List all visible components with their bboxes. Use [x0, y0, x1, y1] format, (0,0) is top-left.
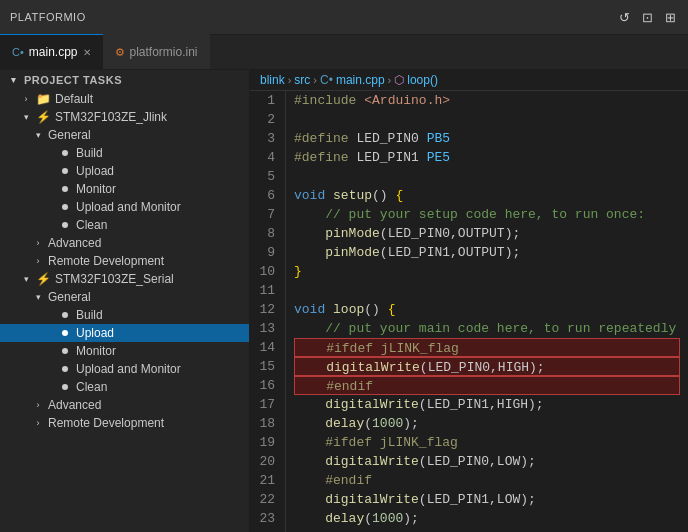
code-line: delay(1000); — [294, 414, 680, 433]
project-tasks-label: PROJECT TASKS — [24, 74, 122, 86]
code-line — [294, 281, 680, 300]
line-number: 3 — [258, 129, 275, 148]
sidebar: PROJECT TASKS 📁 Default ⚡ STM32F103ZE_Jl… — [0, 70, 250, 532]
line-number: 4 — [258, 148, 275, 167]
code-line: #endif — [294, 471, 680, 490]
code-line: void loop() { — [294, 300, 680, 319]
editor[interactable]: blink › src › C• main.cpp › ⬡ loop() 123… — [250, 70, 688, 532]
code-line — [294, 110, 680, 129]
sidebar-item-build-serial[interactable]: Build — [0, 306, 249, 324]
line-number: 5 — [258, 167, 275, 186]
sidebar-item-clean-serial[interactable]: Clean — [0, 378, 249, 396]
sidebar-item-stm32-serial[interactable]: ⚡ STM32F103ZE_Serial — [0, 270, 249, 288]
breadcrumb-loop[interactable]: loop() — [407, 73, 438, 87]
sidebar-item-upload-jlink[interactable]: Upload — [0, 162, 249, 180]
stm32-jlink-label: STM32F103ZE_Jlink — [55, 110, 167, 124]
platformio-title: PLATFORMIO — [0, 11, 96, 23]
project-tasks-header[interactable]: PROJECT TASKS — [0, 70, 249, 90]
breadcrumb-blink[interactable]: blink — [260, 73, 285, 87]
chip-icon-jlink: ⚡ — [36, 110, 51, 124]
clean-jlink-bullet — [62, 222, 68, 228]
chip-icon-serial: ⚡ — [36, 272, 51, 286]
top-bar-icons: ↺ ⊡ ⊞ — [615, 8, 688, 27]
code-line: digitalWrite(LED_PIN1,HIGH); — [294, 395, 680, 414]
monitor-serial-bullet — [62, 348, 68, 354]
clean-serial-label: Clean — [76, 380, 107, 394]
code-line: pinMode(LED_PIN0,OUTPUT); — [294, 224, 680, 243]
clean-jlink-label: Clean — [76, 218, 107, 232]
line-numbers: 123456789101112131415161718192021222324 — [250, 91, 286, 532]
sidebar-item-advanced-jlink[interactable]: Advanced — [0, 234, 249, 252]
upload-serial-bullet — [62, 330, 68, 336]
advanced-jlink-chevron — [32, 238, 44, 248]
top-bar: PLATFORMIO ↺ ⊡ ⊞ — [0, 0, 688, 35]
general-jlink-chevron — [32, 130, 44, 140]
upload-monitor-serial-label: Upload and Monitor — [76, 362, 181, 376]
monitor-jlink-label: Monitor — [76, 182, 116, 196]
sidebar-item-stm32-jlink[interactable]: ⚡ STM32F103ZE_Jlink — [0, 108, 249, 126]
advanced-serial-chevron — [32, 400, 44, 410]
grid-icon[interactable]: ⊡ — [638, 8, 657, 27]
line-number: 23 — [258, 509, 275, 528]
upload-jlink-bullet — [62, 168, 68, 174]
cpp-icon: C• — [12, 46, 24, 58]
line-number: 9 — [258, 243, 275, 262]
line-number: 15 — [258, 357, 275, 376]
code-line: digitalWrite(LED_PIN0,LOW); — [294, 452, 680, 471]
upload-monitor-jlink-bullet — [62, 204, 68, 210]
line-number: 14 — [258, 338, 275, 357]
upload-monitor-serial-bullet — [62, 366, 68, 372]
sidebar-item-general-serial[interactable]: General — [0, 288, 249, 306]
clean-serial-bullet — [62, 384, 68, 390]
code-line: #include <Arduino.h> — [294, 91, 680, 110]
code-area[interactable]: 123456789101112131415161718192021222324 … — [250, 91, 688, 532]
line-number: 6 — [258, 186, 275, 205]
line-number: 2 — [258, 110, 275, 129]
code-line: pinMode(LED_PIN1,OUTPUT); — [294, 243, 680, 262]
sidebar-item-remote-serial[interactable]: Remote Development — [0, 414, 249, 432]
general-jlink-label: General — [48, 128, 91, 142]
sidebar-item-monitor-jlink[interactable]: Monitor — [0, 180, 249, 198]
ini-icon: ⚙ — [115, 46, 125, 59]
breadcrumb-main-cpp[interactable]: main.cpp — [336, 73, 385, 87]
code-line: digitalWrite(LED_PIN1,LOW); — [294, 490, 680, 509]
sidebar-item-monitor-serial[interactable]: Monitor — [0, 342, 249, 360]
breadcrumb-loop-icon: ⬡ — [394, 73, 404, 87]
line-number: 20 — [258, 452, 275, 471]
line-number: 19 — [258, 433, 275, 452]
monitor-serial-label: Monitor — [76, 344, 116, 358]
code-content[interactable]: #include <Arduino.h> #define LED_PIN0 PB… — [286, 91, 688, 532]
expand-icon[interactable]: ⊞ — [661, 8, 680, 27]
code-line: } — [294, 262, 680, 281]
sidebar-item-build-jlink[interactable]: Build — [0, 144, 249, 162]
advanced-jlink-label: Advanced — [48, 236, 101, 250]
code-line: // put your main code here, to run repea… — [294, 319, 680, 338]
sidebar-item-upload-monitor-serial[interactable]: Upload and Monitor — [0, 360, 249, 378]
sidebar-item-clean-jlink[interactable]: Clean — [0, 216, 249, 234]
line-number: 13 — [258, 319, 275, 338]
code-line: delay(1000); — [294, 509, 680, 528]
stm32-serial-label: STM32F103ZE_Serial — [55, 272, 174, 286]
build-jlink-bullet — [62, 150, 68, 156]
line-number: 16 — [258, 376, 275, 395]
tabs-bar: C• main.cpp ✕ ⚙ platformio.ini — [0, 35, 688, 70]
sidebar-item-upload-serial[interactable]: Upload — [0, 324, 249, 342]
stm32-jlink-chevron — [20, 112, 32, 122]
line-number: 17 — [258, 395, 275, 414]
line-number: 22 — [258, 490, 275, 509]
line-number: 21 — [258, 471, 275, 490]
sidebar-item-remote-jlink[interactable]: Remote Development — [0, 252, 249, 270]
sidebar-item-advanced-serial[interactable]: Advanced — [0, 396, 249, 414]
line-number: 24 — [258, 528, 275, 532]
sidebar-item-upload-monitor-jlink[interactable]: Upload and Monitor — [0, 198, 249, 216]
tab-platformio-ini[interactable]: ⚙ platformio.ini — [103, 34, 210, 69]
tab-main-cpp[interactable]: C• main.cpp ✕ — [0, 34, 103, 69]
refresh-icon[interactable]: ↺ — [615, 8, 634, 27]
line-number: 1 — [258, 91, 275, 110]
sidebar-item-general-jlink[interactable]: General — [0, 126, 249, 144]
tab-close-icon[interactable]: ✕ — [83, 47, 91, 58]
general-serial-label: General — [48, 290, 91, 304]
sidebar-item-default[interactable]: 📁 Default — [0, 90, 249, 108]
breadcrumb-src[interactable]: src — [294, 73, 310, 87]
upload-serial-label: Upload — [76, 326, 114, 340]
